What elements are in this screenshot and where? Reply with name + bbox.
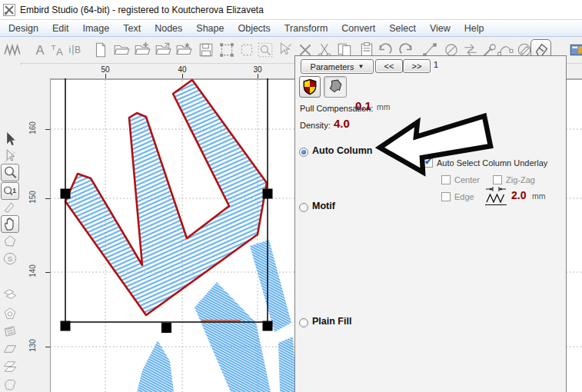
text-kerning-icon[interactable] — [65, 42, 82, 58]
pull-compensation-value[interactable]: 0.1 — [355, 99, 371, 112]
column-shape-button[interactable] — [324, 76, 347, 98]
select-region-icon[interactable] — [238, 42, 255, 58]
ruler-top-label: 40 — [173, 65, 191, 74]
ruler-left-label: 140 — [28, 263, 37, 280]
quick-select-icon[interactable] — [277, 42, 294, 58]
sfumato-tool[interactable] — [2, 251, 18, 267]
stitch-mode-icon[interactable] — [4, 42, 21, 58]
menu-item-design[interactable]: Design — [2, 22, 45, 35]
parameters-dropdown-label: Parameters — [311, 62, 354, 71]
parameters-panel: Parameters ▼ << >> 1 Pull Compensation: … — [294, 55, 567, 392]
zoom-region-icon[interactable] — [257, 42, 274, 58]
ruler-left: 160150140130 — [21, 78, 51, 392]
motif-label[interactable]: Motif — [312, 201, 335, 211]
column-shape-icon — [326, 78, 344, 95]
open-add-icon[interactable] — [134, 42, 151, 58]
selection-handle — [263, 189, 273, 199]
hatch-fill-tool[interactable] — [2, 324, 18, 340]
app-window: Embird Studio (64-bit) - registered to K… — [0, 0, 582, 392]
title-bar: Embird Studio (64-bit) - registered to K… — [0, 0, 582, 20]
ruler-left-label: 160 — [28, 120, 37, 137]
zoom-1to1-tool[interactable] — [1, 182, 19, 200]
edge-label[interactable]: Edge — [454, 192, 474, 201]
density-value[interactable]: 4.0 — [334, 117, 350, 130]
plain-fill-radio[interactable] — [299, 318, 308, 327]
shield-icon — [301, 78, 318, 95]
layered-fill-tool[interactable] — [2, 287, 18, 303]
menu-item-nodes[interactable]: Nodes — [148, 22, 189, 35]
shield-tool-button[interactable] — [299, 76, 321, 98]
next-object-button[interactable]: >> — [403, 59, 431, 73]
menu-item-image[interactable]: Image — [75, 22, 116, 35]
object-number: 1 — [434, 60, 438, 69]
selection-handle — [61, 321, 71, 331]
knife-tool[interactable] — [2, 200, 18, 216]
open-design-icon[interactable] — [113, 42, 130, 58]
prev-object-button[interactable]: << — [375, 59, 403, 73]
menu-item-view[interactable]: View — [423, 22, 457, 35]
menu-item-edit[interactable]: Edit — [45, 22, 76, 35]
ruler-left-label: 150 — [28, 189, 37, 206]
show-panel-icon[interactable] — [569, 42, 582, 58]
auto-column-radio[interactable] — [299, 148, 308, 157]
zigzag-spacing-value[interactable]: 2.0 — [511, 189, 526, 201]
chevron-down-icon: ▼ — [358, 63, 364, 70]
parameters-dropdown-button[interactable]: Parameters ▼ — [301, 59, 374, 74]
menu-bar: DesignEditImageTextNodesShapeObjectsTran… — [0, 20, 582, 37]
freehand-shape-tool[interactable] — [2, 377, 18, 392]
selection-handle — [161, 323, 171, 333]
ruler-top-label: 30 — [248, 65, 267, 74]
menu-item-select[interactable]: Select — [382, 22, 423, 35]
selection-handle — [263, 321, 273, 331]
outline-shape-tool[interactable] — [2, 234, 18, 250]
selection-handle — [61, 189, 71, 199]
tool-palette — [0, 63, 22, 392]
lettering-icon[interactable] — [32, 42, 48, 58]
column-strip-tool[interactable] — [2, 341, 18, 357]
new-design-icon[interactable] — [92, 42, 109, 58]
density-label: Density: — [300, 121, 331, 130]
hole-shape-tool[interactable] — [2, 306, 18, 322]
annotation-arrow — [374, 108, 500, 180]
window-title: Embird Studio (64-bit) - registered to K… — [20, 5, 264, 15]
zigzag-spacing-unit: mm — [532, 191, 546, 201]
pan-hand-tool[interactable] — [1, 215, 19, 233]
menu-item-objects[interactable]: Objects — [231, 22, 277, 35]
zoom-tool-tool[interactable] — [1, 164, 19, 181]
menu-item-text[interactable]: Text — [116, 22, 148, 35]
zigzag-spacing-icon — [484, 186, 508, 206]
edge-checkbox[interactable] — [441, 192, 451, 201]
save-design-icon[interactable] — [198, 42, 215, 58]
ruler-top-label: 50 — [96, 65, 115, 74]
menu-item-convert[interactable]: Convert — [334, 22, 382, 35]
menu-item-transform[interactable]: Transform — [278, 22, 335, 35]
selected-embroidery-object[interactable] — [65, 80, 267, 315]
select-pointer-tool[interactable] — [2, 131, 18, 147]
stacked-columns-tool[interactable] — [2, 359, 18, 375]
plain-fill-label[interactable]: Plain Fill — [312, 316, 351, 327]
select-all-icon[interactable] — [218, 42, 235, 58]
menu-item-shape[interactable]: Shape — [189, 22, 231, 35]
open-import-icon[interactable] — [155, 42, 171, 58]
menu-item-help[interactable]: Help — [457, 22, 491, 35]
zigzag-label[interactable]: Zig-Zag — [506, 175, 535, 184]
node-pointer-tool[interactable] — [2, 148, 18, 164]
auto-column-label[interactable]: Auto Column — [312, 145, 372, 156]
text-transform-icon[interactable] — [48, 42, 65, 58]
motif-radio[interactable] — [299, 203, 308, 212]
app-icon — [3, 4, 15, 16]
ruler-left-label: 130 — [28, 337, 37, 354]
open-template-icon[interactable] — [175, 42, 192, 58]
